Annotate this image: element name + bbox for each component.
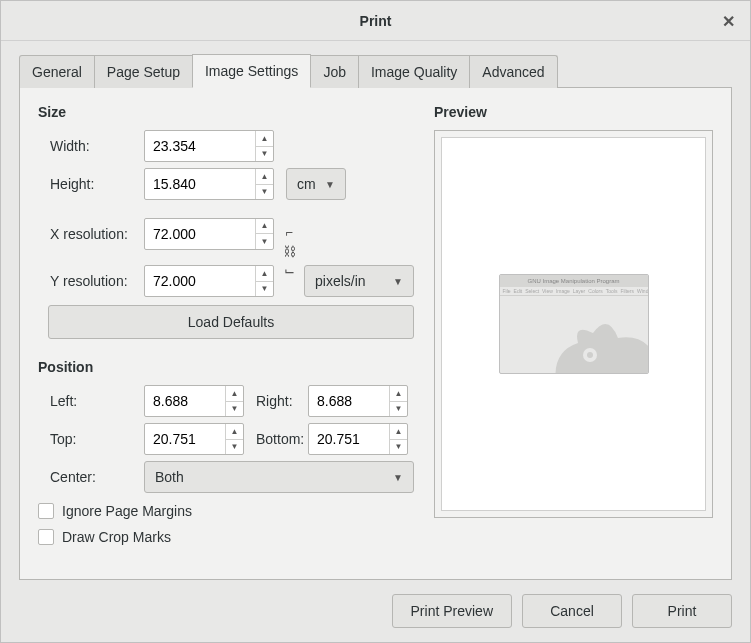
bottom-label: Bottom:	[244, 431, 308, 447]
right-column: Preview GNU Image Manipulation Program F…	[434, 102, 713, 561]
crop-marks-label: Draw Crop Marks	[62, 529, 171, 545]
tab-advanced[interactable]: Advanced	[469, 55, 557, 88]
res-unit-combo[interactable]: pixels/in ▼	[304, 265, 414, 297]
yres-row: Y resolution: ▲ ▼ pixels/in	[48, 265, 414, 297]
height-input[interactable]	[145, 169, 255, 199]
size-section-title: Size	[38, 104, 414, 120]
tab-job[interactable]: Job	[310, 55, 359, 88]
xres-label: X resolution:	[48, 226, 144, 242]
cancel-button[interactable]: Cancel	[522, 594, 622, 628]
checkbox-icon	[38, 529, 54, 545]
size-unit-value: cm	[297, 176, 316, 192]
ignore-margins-checkbox[interactable]: Ignore Page Margins	[38, 503, 414, 519]
titlebar: Print ✕	[1, 1, 750, 41]
ignore-margins-label: Ignore Page Margins	[62, 503, 192, 519]
left-step-up[interactable]: ▲	[226, 386, 243, 402]
top-spin[interactable]: ▲ ▼	[144, 423, 244, 455]
size-unit-combo[interactable]: cm ▼	[286, 168, 346, 200]
top-label: Top:	[48, 431, 144, 447]
right-input[interactable]	[309, 386, 389, 416]
top-step-up[interactable]: ▲	[226, 424, 243, 440]
chevron-down-icon: ▼	[325, 179, 335, 190]
xres-row: X resolution: ▲ ▼ ⌐ ⛓	[48, 208, 414, 259]
right-step-down[interactable]: ▼	[390, 402, 407, 417]
link-bottom-icon: ⌙	[284, 264, 295, 277]
tab-page-setup[interactable]: Page Setup	[94, 55, 193, 88]
left-spin[interactable]: ▲ ▼	[144, 385, 244, 417]
thumb-menubar: FileEditSelectViewImageLayerColorsToolsF…	[500, 287, 648, 296]
bottom-step-up[interactable]: ▲	[390, 424, 407, 440]
preview-thumb: GNU Image Manipulation Program FileEditS…	[499, 274, 649, 374]
center-row: Center: Both ▼	[48, 461, 414, 493]
tab-general[interactable]: General	[19, 55, 95, 88]
print-button[interactable]: Print	[632, 594, 732, 628]
yres-input[interactable]	[145, 266, 255, 296]
width-label: Width:	[48, 138, 144, 154]
center-combo[interactable]: Both ▼	[144, 461, 414, 493]
svg-point-1	[587, 352, 593, 358]
yres-step-up[interactable]: ▲	[256, 266, 273, 282]
left-step-down[interactable]: ▼	[226, 402, 243, 417]
top-input[interactable]	[145, 424, 225, 454]
tab-strip: General Page Setup Image Settings Job Im…	[19, 53, 732, 88]
height-step-down[interactable]: ▼	[256, 185, 273, 200]
bottom-spin[interactable]: ▲ ▼	[308, 423, 408, 455]
close-icon: ✕	[722, 12, 735, 31]
width-row: Width: ▲ ▼	[48, 130, 414, 162]
tab-image-settings[interactable]: Image Settings	[192, 54, 311, 88]
chain-icon: ⛓	[283, 245, 296, 258]
window-title: Print	[360, 13, 392, 29]
xres-step-down[interactable]: ▼	[256, 234, 273, 249]
height-row: Height: ▲ ▼ cm ▼	[48, 168, 414, 200]
height-spin[interactable]: ▲ ▼	[144, 168, 274, 200]
center-value: Both	[155, 469, 184, 485]
resolution-link[interactable]: ⌐ ⛓ ⌙	[280, 226, 298, 277]
top-bottom-row: Top: ▲ ▼ Bottom:	[48, 423, 414, 455]
preview-page[interactable]: GNU Image Manipulation Program FileEditS…	[441, 137, 706, 511]
yres-spin[interactable]: ▲ ▼	[144, 265, 274, 297]
height-label: Height:	[48, 176, 144, 192]
left-column: Size Width: ▲ ▼ Height:	[38, 102, 414, 561]
top-step-down[interactable]: ▼	[226, 440, 243, 455]
res-unit-value: pixels/in	[315, 273, 366, 289]
link-top-icon: ⌐	[285, 226, 293, 239]
xres-spin[interactable]: ▲ ▼	[144, 218, 274, 250]
xres-step-up[interactable]: ▲	[256, 219, 273, 235]
bottom-input[interactable]	[309, 424, 389, 454]
height-step-up[interactable]: ▲	[256, 169, 273, 185]
close-button[interactable]: ✕	[716, 9, 740, 33]
center-label: Center:	[48, 469, 144, 485]
position-section-title: Position	[38, 359, 414, 375]
left-label: Left:	[48, 393, 144, 409]
width-step-down[interactable]: ▼	[256, 147, 273, 162]
left-right-row: Left: ▲ ▼ Right:	[48, 385, 414, 417]
right-spin[interactable]: ▲ ▼	[308, 385, 408, 417]
content-area: General Page Setup Image Settings Job Im…	[1, 41, 750, 580]
right-step-up[interactable]: ▲	[390, 386, 407, 402]
thumb-title: GNU Image Manipulation Program	[500, 275, 648, 287]
left-input[interactable]	[145, 386, 225, 416]
xres-input[interactable]	[145, 219, 255, 249]
tab-image-quality[interactable]: Image Quality	[358, 55, 470, 88]
chevron-down-icon: ▼	[393, 472, 403, 483]
print-dialog: Print ✕ General Page Setup Image Setting…	[0, 0, 751, 643]
preview-title: Preview	[434, 104, 713, 120]
checkbox-icon	[38, 503, 54, 519]
dialog-footer: Print Preview Cancel Print	[1, 580, 750, 642]
wilber-icon	[548, 313, 649, 374]
width-spin[interactable]: ▲ ▼	[144, 130, 274, 162]
yres-step-down[interactable]: ▼	[256, 282, 273, 297]
crop-marks-checkbox[interactable]: Draw Crop Marks	[38, 529, 414, 545]
bottom-step-down[interactable]: ▼	[390, 440, 407, 455]
chevron-down-icon: ▼	[393, 276, 403, 287]
width-step-up[interactable]: ▲	[256, 131, 273, 147]
load-defaults-button[interactable]: Load Defaults	[48, 305, 414, 339]
yres-label: Y resolution:	[48, 273, 144, 289]
preview-box: GNU Image Manipulation Program FileEditS…	[434, 130, 713, 518]
print-preview-button[interactable]: Print Preview	[392, 594, 512, 628]
width-input[interactable]	[145, 131, 255, 161]
tab-body: Size Width: ▲ ▼ Height:	[19, 88, 732, 580]
right-label: Right:	[244, 393, 308, 409]
